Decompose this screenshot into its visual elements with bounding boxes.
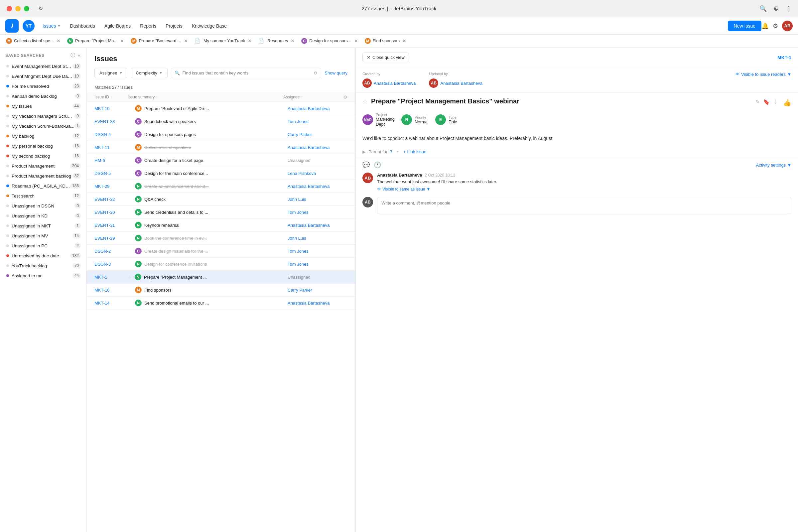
new-issue-button[interactable]: New Issue (728, 21, 761, 31)
bell-icon[interactable]: 🔔 (761, 22, 769, 30)
tab-prepare-boulevard-close[interactable]: ✕ (184, 38, 188, 43)
tab-find-sponsors[interactable]: M Find sponsors ✕ (361, 36, 410, 46)
issue-assignee-13[interactable]: Unassigned (288, 274, 347, 280)
issue-assignee-8[interactable]: Tom Jones (288, 210, 347, 215)
qv-project-value[interactable]: MarketingDept (376, 117, 395, 127)
issue-row-2[interactable]: DSGN-4 C Design for sponsors pages Carry… (87, 128, 356, 141)
nav-projects[interactable]: Projects (161, 21, 187, 31)
nav-knowledge-base[interactable]: Knowledge Base (187, 21, 231, 31)
nav-agile[interactable]: Agile Boards (100, 21, 135, 31)
nav-issues[interactable]: Issues ▼ (38, 21, 65, 31)
issue-id-link-2[interactable]: DSGN-4 (94, 132, 111, 137)
sidebar-item-20[interactable]: YouTrack backlog 70 (0, 261, 86, 271)
qv-updater-name[interactable]: Anastasia Bartasheva (440, 81, 482, 86)
sidebar-item-9[interactable]: My second backlog 16 (0, 151, 86, 161)
issue-assignee-9[interactable]: Anastasia Bartasheva (288, 223, 347, 228)
tab-resources-close[interactable]: ✕ (291, 38, 294, 43)
issue-row-6[interactable]: MKT-29 N Create an announcement about...… (87, 180, 356, 193)
tab-my-summer[interactable]: 📄 My summer YouTrack ✕ (191, 36, 255, 46)
issue-assignee-3[interactable]: Anastasia Bartasheva (288, 145, 347, 150)
issue-row-8[interactable]: EVENT-30 N Send credentials and details … (87, 206, 356, 219)
issue-id-link-4[interactable]: HM-6 (94, 158, 105, 163)
nav-reports[interactable]: Reports (135, 21, 161, 31)
issue-id-link-3[interactable]: MKT-11 (94, 145, 110, 150)
issue-row-14[interactable]: MKT-16 M Find sponsors Carry Parker (87, 284, 356, 297)
tab-collect-list-close[interactable]: ✕ (57, 38, 60, 43)
qv-star-button[interactable]: ☆ (362, 98, 368, 106)
issue-id-link-8[interactable]: EVENT-30 (94, 210, 115, 215)
issue-assignee-0[interactable]: Anastasia Bartasheva (288, 106, 347, 111)
issue-assignee-2[interactable]: Carry Parker (288, 132, 347, 137)
minimize-button[interactable] (15, 6, 21, 11)
sidebar-item-17[interactable]: Unassigned in MV 14 (0, 231, 86, 241)
sidebar-item-18[interactable]: Unassigned in PC 2 (0, 241, 86, 251)
issue-id-link-15[interactable]: MKT-14 (94, 301, 110, 306)
show-query-button[interactable]: Show query (324, 71, 347, 75)
comment-visibility-button[interactable]: 👁 Visible to same as issue ▼ (377, 187, 791, 191)
menu-icon[interactable]: ⋮ (785, 5, 791, 12)
issue-row-5[interactable]: DSGN-5 C Design for the main conference.… (87, 167, 356, 180)
sidebar-item-6[interactable]: My Vacation Scrum-Board-Ba... 1 (0, 121, 86, 131)
tag-icon[interactable]: 🔖 (763, 99, 770, 107)
sidebar-item-2[interactable]: For me unresolved 28 (0, 81, 86, 91)
issue-id-link-0[interactable]: MKT-10 (94, 106, 110, 111)
issue-id-link-6[interactable]: MKT-29 (94, 184, 110, 189)
sidebar-item-14[interactable]: Unassigned in DSGN 0 (0, 201, 86, 211)
issue-row-4[interactable]: HM-6 C Create design for a ticket page U… (87, 154, 356, 167)
complexity-filter[interactable]: Complexity ▼ (131, 68, 167, 78)
settings-icon[interactable]: ⚙ (773, 22, 778, 30)
issue-id-link-10[interactable]: EVENT-29 (94, 236, 115, 241)
search-settings-icon[interactable]: ⚙ (314, 71, 318, 75)
issue-id-link-1[interactable]: EVENT-33 (94, 119, 115, 124)
tab-my-summer-close[interactable]: ✕ (248, 38, 252, 43)
issue-row-11[interactable]: DSGN-2 C Create design materials for the… (87, 245, 356, 258)
issue-row-15[interactable]: MKT-14 N Send promotional emails to our … (87, 297, 356, 309)
star-13[interactable]: ☆ (128, 274, 132, 280)
issue-id-link-12[interactable]: DSGN-3 (94, 262, 111, 267)
sidebar-item-3[interactable]: Kanban demo Backlog 0 (0, 91, 86, 101)
issue-row-1[interactable]: EVENT-33 C Soundcheck with speakers Tom … (87, 115, 356, 128)
issue-row-9[interactable]: EVENT-31 N Keynote rehearsal Anastasia B… (87, 219, 356, 232)
sidebar-item-15[interactable]: Unassigned in KD 0 (0, 211, 86, 221)
assignee-filter[interactable]: Assignee ▼ (94, 68, 127, 78)
issue-id-link-9[interactable]: EVENT-31 (94, 223, 115, 228)
window-controls[interactable] (7, 6, 29, 11)
sidebar-item-21[interactable]: Assigned to me 44 (0, 271, 86, 281)
expand-icon[interactable]: ▶ (362, 149, 366, 154)
qv-type-value[interactable]: Epic (449, 119, 457, 125)
issue-assignee-6[interactable]: Anastasia Bartasheva (288, 184, 347, 189)
issue-id-link-13[interactable]: MKT-1 (94, 274, 107, 280)
issue-row-0[interactable]: MKT-10 M Prepare "Boulevard of Agile Dre… (87, 102, 356, 115)
close-button[interactable] (7, 6, 12, 11)
col-issue-summary[interactable]: Issue summary ↕ (128, 95, 283, 99)
issue-row-13[interactable]: MKT-1 ☆ N Prepare "Project Management ..… (87, 271, 356, 284)
issue-assignee-7[interactable]: John Luis (288, 197, 347, 202)
tab-resources[interactable]: 📄 Resources ✕ (255, 36, 298, 46)
user-avatar[interactable]: AB (782, 21, 793, 31)
sidebar-item-8[interactable]: My personal backlog 16 (0, 141, 86, 151)
issue-assignee-1[interactable]: Tom Jones (288, 119, 347, 124)
sidebar-item-4[interactable]: My Issues 44 (0, 101, 86, 111)
issue-id-link-7[interactable]: EVENT-32 (94, 197, 115, 202)
sidebar-item-12[interactable]: Roadmap (PC_ AGILA_KD_ ... 186 (0, 181, 86, 191)
activity-settings-button[interactable]: Activity settings ▼ (756, 163, 791, 168)
nav-dashboards[interactable]: Dashboards (65, 21, 100, 31)
search-icon[interactable]: 🔍 (759, 5, 767, 12)
back-button[interactable]: ← (26, 6, 32, 12)
visibility-button[interactable]: 👁 Visible to issue readers ▼ (736, 72, 791, 77)
tab-prepare-boulevard[interactable]: M Prepare "Boulevard ... ✕ (127, 36, 191, 46)
sidebar-item-7[interactable]: My backlog 12 (0, 131, 86, 141)
tab-prepare-project[interactable]: N Prepare "Project Ma... ✕ (64, 36, 127, 46)
issue-assignee-4[interactable]: Unassigned (288, 158, 347, 163)
sidebar-item-5[interactable]: My Vacation Managers Scrum ... 0 (0, 111, 86, 121)
tab-design-sponsors[interactable]: C Design for sponsors... ✕ (298, 36, 361, 46)
tab-design-sponsors-close[interactable]: ✕ (354, 38, 358, 43)
more-icon[interactable]: ⋮ (773, 99, 778, 107)
qv-parent-count[interactable]: 7 (390, 149, 392, 154)
thumbs-up-icon[interactable]: 👍 (783, 99, 791, 107)
sidebar-item-19[interactable]: Unresolved by due date 182 (0, 251, 86, 261)
qv-priority-value[interactable]: Normal (415, 119, 429, 125)
reload-button[interactable]: ↻ (39, 5, 43, 12)
issue-row-10[interactable]: EVENT-29 N Book the conference time in e… (87, 232, 356, 245)
issue-row-7[interactable]: EVENT-32 N Q&A check John Luis (87, 193, 356, 206)
